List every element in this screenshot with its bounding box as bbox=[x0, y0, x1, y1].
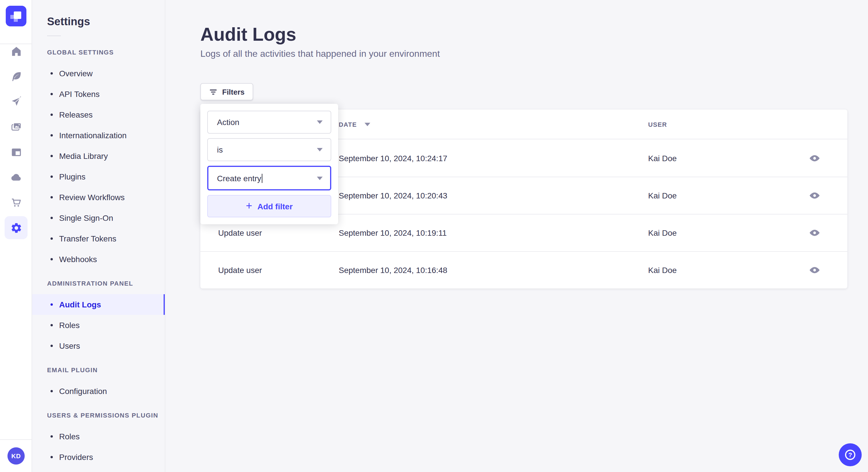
cloud-icon[interactable] bbox=[5, 166, 28, 189]
sidebar-item-up-providers[interactable]: Providers bbox=[32, 447, 165, 467]
sidebar-item-transfer-tokens[interactable]: Transfer Tokens bbox=[32, 228, 165, 249]
sidebar-item-webhooks[interactable]: Webhooks bbox=[32, 249, 165, 270]
cell-action: Update user bbox=[218, 252, 262, 289]
view-log-eye-icon[interactable] bbox=[808, 189, 822, 202]
page-subtitle: Logs of all the activities that happened… bbox=[200, 48, 440, 60]
filter-value-input[interactable]: Create entry bbox=[207, 166, 331, 191]
filter-operator-select[interactable]: is bbox=[207, 138, 331, 161]
page-title: Audit Logs bbox=[200, 23, 296, 46]
paper-plane-icon[interactable] bbox=[5, 90, 28, 113]
subnav-title: Settings bbox=[47, 15, 165, 28]
cell-date: September 10, 2024, 10:20:43 bbox=[339, 177, 447, 214]
feather-icon[interactable] bbox=[5, 65, 28, 88]
cell-user: Kai Doe bbox=[648, 252, 677, 289]
users-permissions-list: Roles Providers bbox=[32, 426, 165, 467]
section-label-global-settings: GLOBAL SETTINGS bbox=[47, 49, 165, 56]
view-log-eye-icon[interactable] bbox=[808, 151, 822, 165]
sidebar-item-admin-roles[interactable]: Roles bbox=[32, 315, 165, 336]
section-label-email-plugin: EMAIL PLUGIN bbox=[47, 367, 165, 374]
sidebar-item-overview[interactable]: Overview bbox=[32, 63, 165, 84]
chevron-down-icon bbox=[317, 148, 322, 151]
view-log-eye-icon[interactable] bbox=[808, 226, 822, 240]
chevron-down-icon bbox=[317, 176, 322, 180]
column-header-date[interactable]: DATE bbox=[339, 109, 370, 139]
sidebar-item-up-roles[interactable]: Roles bbox=[32, 426, 165, 447]
global-settings-list: Overview API Tokens Releases Internation… bbox=[32, 63, 165, 270]
sidebar-item-releases[interactable]: Releases bbox=[32, 104, 165, 125]
sidebar-item-review-workflows[interactable]: Review Workflows bbox=[32, 187, 165, 208]
sidebar-item-email-configuration[interactable]: Configuration bbox=[32, 381, 165, 401]
sidebar-item-single-sign-on[interactable]: Single Sign-On bbox=[32, 208, 165, 228]
question-mark-icon: ? bbox=[845, 450, 856, 460]
view-log-eye-icon[interactable] bbox=[808, 263, 822, 277]
main-content: Audit Logs Logs of all the activities th… bbox=[165, 0, 868, 472]
filter-attribute-select[interactable]: Action bbox=[207, 111, 331, 134]
section-label-administration-panel: ADMINISTRATION PANEL bbox=[47, 280, 165, 287]
sidebar-item-plugins[interactable]: Plugins bbox=[32, 166, 165, 187]
email-plugin-list: Configuration bbox=[32, 381, 165, 401]
help-button[interactable]: ? bbox=[839, 443, 862, 466]
app-window: KD Settings GLOBAL SETTINGS Overview API… bbox=[0, 0, 868, 472]
sidebar-item-audit-logs[interactable]: Audit Logs bbox=[32, 294, 165, 315]
filter-operator-value: is bbox=[217, 145, 223, 154]
add-filter-button[interactable]: + Add filter bbox=[207, 195, 331, 217]
main-nav-rail: KD bbox=[0, 0, 32, 472]
cell-user: Kai Doe bbox=[648, 214, 677, 251]
text-cursor bbox=[262, 173, 262, 183]
rail-bottom-divider bbox=[0, 439, 32, 440]
filters-button-label: Filters bbox=[222, 88, 245, 96]
cart-icon[interactable] bbox=[5, 191, 28, 214]
filter-attribute-value: Action bbox=[217, 117, 239, 127]
column-header-user: USER bbox=[648, 109, 667, 139]
cell-user: Kai Doe bbox=[648, 139, 677, 177]
plus-icon: + bbox=[246, 200, 252, 211]
section-label-users-permissions-plugin: USERS & PERMISSIONS PLUGIN bbox=[47, 412, 165, 419]
cell-date: September 10, 2024, 10:16:48 bbox=[339, 252, 447, 289]
filter-icon bbox=[209, 88, 218, 96]
layout-icon[interactable] bbox=[5, 140, 28, 164]
settings-subnav: Settings GLOBAL SETTINGS Overview API To… bbox=[32, 0, 165, 472]
cell-date: September 10, 2024, 10:24:17 bbox=[339, 139, 447, 177]
table-row: Update user September 10, 2024, 10:16:48… bbox=[200, 251, 847, 289]
sidebar-item-internationalization[interactable]: Internationalization bbox=[32, 125, 165, 146]
filter-popover: Action is Create entry + Add filter bbox=[200, 104, 338, 224]
user-avatar[interactable]: KD bbox=[7, 447, 25, 465]
add-filter-label: Add filter bbox=[257, 202, 293, 211]
strapi-logo[interactable] bbox=[6, 6, 26, 26]
strapi-logo-icon bbox=[6, 6, 26, 26]
sidebar-item-api-tokens[interactable]: API Tokens bbox=[32, 84, 165, 104]
gear-icon[interactable] bbox=[5, 216, 28, 239]
chevron-down-icon bbox=[317, 121, 322, 124]
home-icon[interactable] bbox=[5, 40, 28, 63]
filter-value-text: Create entry bbox=[217, 173, 261, 183]
administration-panel-list: Audit Logs Roles Users bbox=[32, 294, 165, 356]
images-icon[interactable] bbox=[5, 115, 28, 138]
subnav-divider bbox=[47, 36, 61, 36]
sort-desc-icon bbox=[364, 123, 370, 126]
filters-button[interactable]: Filters bbox=[200, 83, 253, 100]
sidebar-item-admin-users[interactable]: Users bbox=[32, 336, 165, 356]
cell-user: Kai Doe bbox=[648, 177, 677, 214]
sidebar-item-media-library[interactable]: Media Library bbox=[32, 146, 165, 166]
cell-date: September 10, 2024, 10:19:11 bbox=[339, 214, 446, 251]
